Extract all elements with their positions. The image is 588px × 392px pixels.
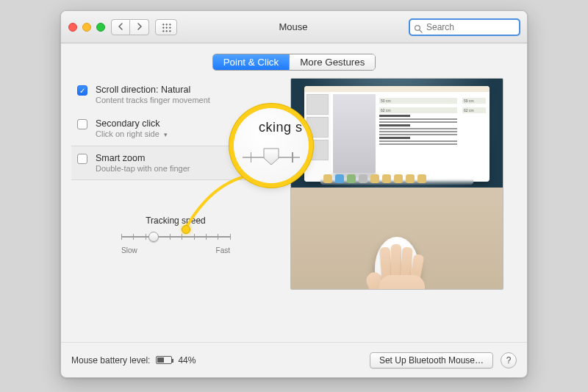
back-button[interactable]: [111, 19, 130, 35]
preview-column: 50 cm 62 cm 59 c: [290, 78, 517, 290]
chevron-right-icon: [137, 23, 143, 32]
battery-status: Mouse battery level: 44%: [71, 355, 196, 366]
tracking-speed-label: Tracking speed: [71, 215, 280, 226]
option-title: Scroll direction: Natural: [96, 85, 210, 95]
gesture-preview: 50 cm 62 cm 59 c: [290, 78, 503, 290]
minimize-icon[interactable]: [82, 23, 91, 32]
show-all-prefs-button[interactable]: [155, 19, 177, 35]
option-desc: Content tracks finger movement: [96, 96, 210, 104]
tracking-slow-label: Slow: [121, 246, 137, 254]
tab-point-and-click[interactable]: Point & Click: [213, 54, 290, 70]
magnifier-callout: cking s: [234, 108, 309, 183]
magnifier-slider: [243, 149, 300, 171]
preview-desk: [291, 188, 503, 289]
battery-icon: [156, 356, 172, 364]
nav-back-forward: [111, 19, 149, 35]
window-title: Mouse: [183, 21, 404, 32]
tracking-speed-slider[interactable]: [121, 232, 230, 242]
tab-more-gestures[interactable]: More Gestures: [290, 54, 375, 70]
help-button[interactable]: ?: [501, 352, 517, 368]
tracking-speed-group: Tracking speed Slow F: [71, 215, 280, 254]
bottom-bar: Mouse battery level: 44% Set Up Bluetoot…: [61, 342, 527, 377]
tab-row: Point & Click More Gestures: [61, 43, 527, 78]
tracking-fast-label: Fast: [216, 246, 230, 254]
window-toolbar: Mouse: [61, 11, 527, 43]
preview-app-window: 50 cm 62 cm 59 c: [304, 86, 490, 182]
checkbox-scroll-direction[interactable]: ✓: [77, 85, 87, 96]
grid-icon: [161, 22, 171, 32]
zoom-icon[interactable]: [96, 23, 105, 32]
option-title: Smart zoom: [96, 153, 190, 163]
magnifier-slider-thumb: [263, 148, 279, 165]
option-title: Secondary click: [96, 118, 168, 129]
close-icon[interactable]: [68, 23, 77, 32]
search-wrap: [409, 19, 520, 35]
options-column: ✓ Scroll direction: Natural Content trac…: [71, 78, 280, 290]
checkbox-smart-zoom[interactable]: [77, 154, 87, 164]
magnifier-text-fragment: cking s: [259, 120, 303, 135]
chevron-down-icon[interactable]: ▾: [164, 131, 168, 138]
option-scroll-direction[interactable]: ✓ Scroll direction: Natural Content trac…: [71, 78, 280, 112]
window-controls: [68, 23, 105, 32]
battery-value: 44%: [178, 355, 196, 366]
battery-label: Mouse battery level:: [71, 355, 150, 366]
setup-bluetooth-button[interactable]: Set Up Bluetooth Mouse…: [370, 352, 493, 368]
search-input[interactable]: [409, 19, 520, 35]
chevron-left-icon: [118, 23, 123, 32]
option-desc: Click on right side ▾: [96, 129, 168, 138]
preview-mouse: [360, 243, 434, 290]
option-desc: Double-tap with one finger: [96, 164, 190, 173]
forward-button[interactable]: [130, 19, 149, 35]
checkbox-secondary-click[interactable]: [77, 119, 87, 129]
content-area: ✓ Scroll direction: Natural Content trac…: [61, 78, 527, 290]
preferences-window: Mouse Point & Click More Gestures ✓ Scro…: [60, 10, 528, 378]
preview-desktop: 50 cm 62 cm 59 c: [291, 79, 503, 188]
callout-source-dot: [182, 225, 190, 234]
tracking-speed-thumb[interactable]: [148, 232, 159, 242]
